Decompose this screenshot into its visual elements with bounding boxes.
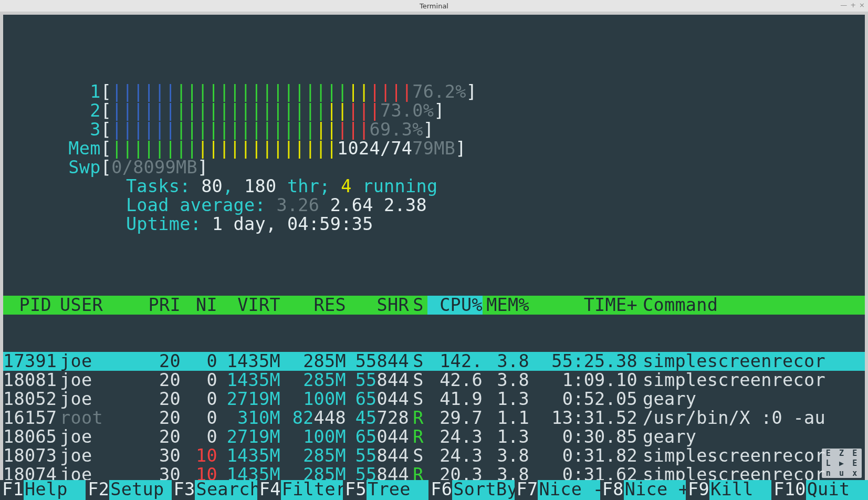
column-header-shr[interactable]: SHR (346, 296, 409, 315)
process-row[interactable]: 18081joe2001435M285M55844S42.63.81:09.10… (3, 371, 865, 390)
terminal-viewport[interactable]: 1[||||||||||||||||||||||||||||76.2%] 2[|… (3, 15, 865, 497)
fkey-F10: F10 (771, 480, 806, 497)
column-header-user[interactable]: USER (56, 296, 133, 315)
fkey-action-kill[interactable]: Kill (709, 480, 771, 497)
close-icon[interactable]: × (859, 1, 865, 9)
cell-mem: 3.8 (483, 352, 532, 371)
cell-pri: 20 (133, 371, 181, 390)
cell-pri: 20 (133, 409, 181, 428)
fkey-action-tree[interactable]: Tree (367, 480, 428, 497)
column-header-virt[interactable]: VIRT (217, 296, 280, 315)
cell-ni: 10 (181, 446, 217, 465)
cpu-meter-1: 1[||||||||||||||||||||||||||||76.2%] (58, 82, 477, 101)
cell-pri: 20 (133, 390, 181, 409)
cell-virt: 2719M (217, 428, 280, 446)
fkey-action-setup[interactable]: Setup (109, 480, 171, 497)
load-average: Load average: 3.26 2.64 2.38 (126, 196, 438, 215)
cell-pid: 18073 (3, 446, 56, 465)
cell-command: simplescreenrecor (637, 352, 865, 371)
column-header-cmd[interactable]: Command (637, 296, 865, 315)
minimize-icon[interactable]: — (840, 1, 847, 9)
cell-cpu: 24.3 (427, 428, 483, 446)
window-titlebar[interactable]: Terminal — + × (0, 0, 868, 12)
watermark-logo: EZE L▶E nux (822, 449, 862, 478)
cell-command: simplescreenrecor (637, 371, 865, 390)
cell-shr: 55844 (346, 446, 409, 465)
column-header-ni[interactable]: NI (181, 296, 217, 315)
maximize-icon[interactable]: + (850, 1, 856, 9)
cell-ni: 0 (181, 371, 217, 390)
cell-virt: 310M (217, 409, 280, 428)
cell-pid: 16157 (3, 409, 56, 428)
fkey-action-sortby[interactable]: SortBy (452, 480, 514, 497)
cell-shr: 65044 (346, 428, 409, 446)
cell-time: 0:31.82 (532, 446, 637, 465)
fkey-F9: F9 (686, 480, 709, 497)
column-header-time[interactable]: TIME+ (532, 296, 637, 315)
cell-shr: 55844 (346, 352, 409, 371)
cell-time: 13:31.52 (532, 409, 637, 428)
cell-user: joe (56, 428, 133, 446)
cell-res: 285M (280, 371, 346, 390)
cell-virt: 1435M (217, 371, 280, 390)
cell-shr: 55844 (346, 371, 409, 390)
cell-pid: 18052 (3, 390, 56, 409)
cell-shr: 45728 (346, 409, 409, 428)
process-row[interactable]: 17391joe2001435M285M55844S142.3.855:25.3… (3, 352, 865, 371)
uptime: Uptime: 1 day, 04:59:35 (126, 215, 438, 234)
cell-time: 0:30.85 (532, 428, 637, 446)
cell-res: 285M (280, 446, 346, 465)
cell-cpu: 142. (427, 352, 483, 371)
fkey-action-quit[interactable]: Quit (806, 480, 865, 497)
process-row[interactable]: 16157root200310M8244845728R29.71.113:31.… (3, 409, 865, 428)
cell-res: 100M (280, 428, 346, 446)
cell-pid: 17391 (3, 352, 56, 371)
cell-cpu: 41.9 (427, 390, 483, 409)
cell-command: /usr/bin/X :0 -au (637, 409, 865, 428)
cell-cpu: 29.7 (427, 409, 483, 428)
cell-mem: 1.3 (483, 428, 532, 446)
column-header-pri[interactable]: PRI (133, 296, 181, 315)
fkey-F2: F2 (86, 480, 109, 497)
cell-pri: 20 (133, 352, 181, 371)
column-header-cpu[interactable]: CPU% (427, 296, 483, 315)
cell-user: root (56, 409, 133, 428)
column-header-mem[interactable]: MEM% (483, 296, 532, 315)
fkey-action-help[interactable]: Help (24, 480, 86, 497)
column-header-res[interactable]: RES (280, 296, 346, 315)
cell-res: 82448 (280, 409, 346, 428)
process-row[interactable]: 18052joe2002719M100M65044S41.91.30:52.05… (3, 390, 865, 409)
fkey-action-search[interactable]: Search (195, 480, 257, 497)
cpu-meter-2: 2[||||||||||||||||||||||||| 73.0%] (58, 101, 477, 120)
cell-time: 1:09.10 (532, 371, 637, 390)
cell-ni: 0 (181, 409, 217, 428)
cell-virt: 1435M (217, 446, 280, 465)
fkey-F5: F5 (343, 480, 367, 497)
fkey-F6: F6 (428, 480, 452, 497)
cell-user: joe (56, 390, 133, 409)
cell-shr: 65044 (346, 390, 409, 409)
cell-time: 55:25.38 (532, 352, 637, 371)
process-row[interactable]: 18065joe2002719M100M65044R24.31.30:30.85… (3, 428, 865, 446)
cell-state: S (409, 390, 427, 409)
column-header-pid[interactable]: PID (3, 296, 56, 315)
cell-pri: 20 (133, 428, 181, 446)
cell-pri: 30 (133, 446, 181, 465)
cpu-meter-3: 3[|||||||||||||||||||||||| 69.3%] (58, 120, 477, 139)
cell-cpu: 42.6 (427, 371, 483, 390)
cell-mem: 1.1 (483, 409, 532, 428)
cell-state: S (409, 371, 427, 390)
column-header-row[interactable]: PIDUSERPRINIVIRTRESSHRSCPU%MEM%TIME+Comm… (3, 296, 865, 315)
process-row[interactable]: 18073joe30101435M285M55844S24.33.80:31.8… (3, 446, 865, 465)
fkey-F3: F3 (172, 480, 195, 497)
cell-virt: 2719M (217, 390, 280, 409)
column-header-s[interactable]: S (409, 296, 427, 315)
fkey-action-nice--[interactable]: Nice - (538, 480, 600, 497)
cell-mem: 3.8 (483, 371, 532, 390)
cell-user: joe (56, 446, 133, 465)
cell-state: R (409, 409, 427, 428)
fkey-action-nice-+[interactable]: Nice + (624, 480, 686, 497)
swap-meter: Swp[ 0/8099MB] (58, 158, 477, 177)
fkey-action-filter[interactable]: Filter (281, 480, 343, 497)
cell-time: 0:52.05 (532, 390, 637, 409)
